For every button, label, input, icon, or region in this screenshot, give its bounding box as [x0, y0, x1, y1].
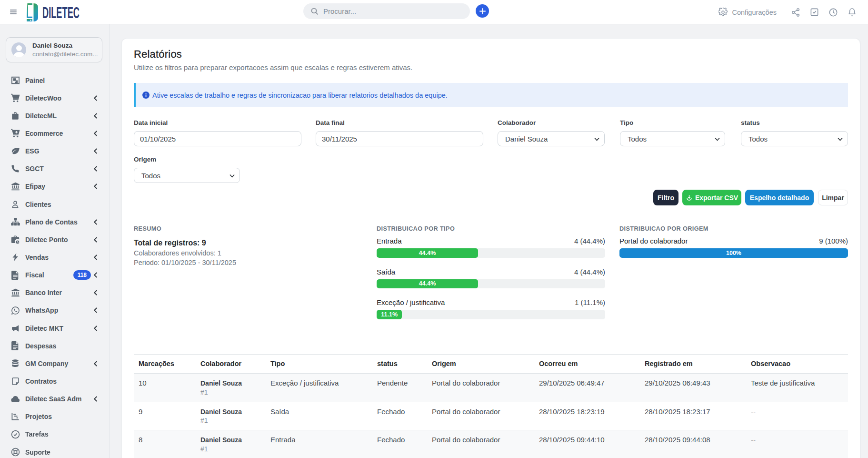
svg-text:DILETEC: DILETEC: [42, 4, 80, 21]
